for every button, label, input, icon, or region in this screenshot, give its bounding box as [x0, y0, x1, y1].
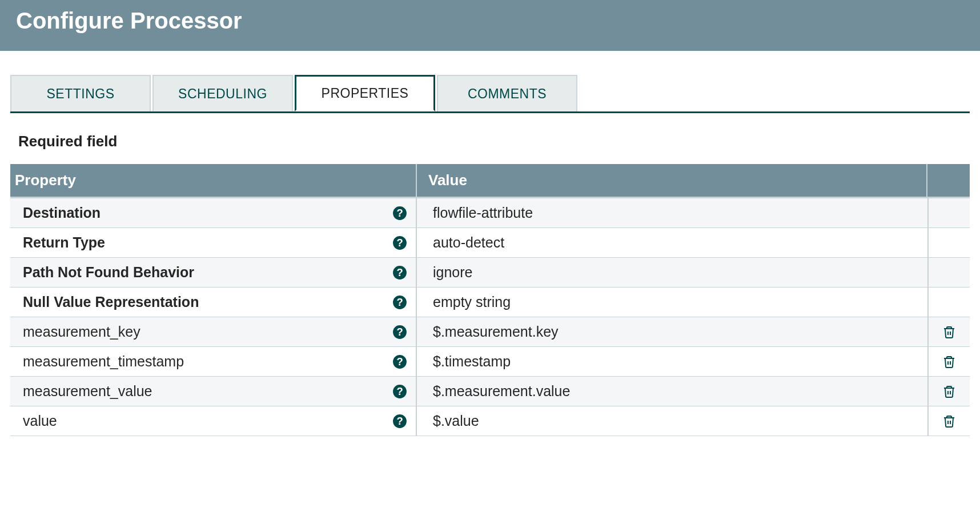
property-cell: Return Type?: [10, 228, 416, 257]
tab-comments[interactable]: COMMENTS: [437, 75, 577, 111]
tabs-section: SETTINGSSCHEDULINGPROPERTIESCOMMENTS Req…: [0, 75, 980, 436]
value-cell[interactable]: ignore: [416, 258, 927, 287]
svg-text:?: ?: [396, 296, 403, 308]
table-row[interactable]: measurement_key?$.measurement.key: [10, 317, 970, 347]
value-cell[interactable]: empty string: [416, 288, 927, 317]
value-cell[interactable]: $.timestamp: [416, 347, 927, 376]
property-name: Null Value Representation: [23, 294, 392, 310]
help-icon[interactable]: ?: [392, 235, 407, 250]
svg-text:?: ?: [396, 236, 403, 248]
property-name: Return Type: [23, 234, 392, 251]
help-icon[interactable]: ?: [392, 354, 407, 369]
property-name: value: [23, 413, 392, 429]
help-icon[interactable]: ?: [392, 384, 407, 399]
table-row[interactable]: value?$.value: [10, 406, 970, 436]
svg-text:?: ?: [396, 355, 403, 367]
value-cell[interactable]: auto-detect: [416, 228, 927, 257]
svg-text:?: ?: [396, 206, 403, 218]
action-cell: [927, 288, 970, 317]
trash-icon[interactable]: [942, 384, 956, 399]
table-header-row: Property Value: [10, 164, 970, 198]
tab-properties[interactable]: PROPERTIES: [295, 75, 435, 111]
table-row[interactable]: Path Not Found Behavior?ignore: [10, 258, 970, 288]
help-icon[interactable]: ?: [392, 206, 407, 221]
svg-text:?: ?: [396, 266, 403, 278]
action-cell: [927, 406, 970, 436]
value-cell[interactable]: $.measurement.value: [416, 377, 927, 406]
property-name: measurement_key: [23, 324, 392, 340]
tab-scheduling[interactable]: SCHEDULING: [152, 75, 293, 111]
property-name: Destination: [23, 205, 392, 221]
svg-text:?: ?: [396, 325, 403, 337]
dialog-title: Configure Processor: [16, 8, 964, 34]
property-cell: measurement_value?: [10, 377, 416, 406]
trash-icon[interactable]: [942, 354, 956, 369]
property-name: Path Not Found Behavior: [23, 264, 392, 281]
table-header-value: Value: [417, 171, 926, 189]
trash-icon[interactable]: [942, 414, 956, 429]
property-cell: measurement_key?: [10, 317, 416, 346]
table-row[interactable]: measurement_timestamp?$.timestamp: [10, 347, 970, 377]
action-cell: [927, 317, 970, 346]
dialog-header: Configure Processor: [0, 0, 980, 51]
property-cell: measurement_timestamp?: [10, 347, 416, 376]
action-cell: [927, 198, 970, 227]
action-cell: [927, 377, 970, 406]
property-cell: value?: [10, 406, 416, 436]
property-cell: Destination?: [10, 198, 416, 227]
help-icon[interactable]: ?: [392, 265, 407, 280]
svg-text:?: ?: [396, 385, 403, 397]
value-cell[interactable]: $.value: [416, 406, 927, 436]
table-row[interactable]: Destination?flowfile-attribute: [10, 198, 970, 228]
property-name: measurement_value: [23, 383, 392, 400]
help-icon[interactable]: ?: [392, 295, 407, 310]
value-cell[interactable]: flowfile-attribute: [416, 198, 927, 227]
action-cell: [927, 347, 970, 376]
tabs-container: SETTINGSSCHEDULINGPROPERTIESCOMMENTS: [10, 75, 970, 113]
svg-text:?: ?: [396, 414, 403, 426]
table-header-property: Property: [10, 171, 416, 189]
value-cell[interactable]: $.measurement.key: [416, 317, 927, 346]
tab-settings[interactable]: SETTINGS: [10, 75, 151, 111]
table-row[interactable]: Null Value Representation?empty string: [10, 288, 970, 317]
property-cell: Null Value Representation?: [10, 288, 416, 317]
property-name: measurement_timestamp: [23, 353, 392, 370]
property-cell: Path Not Found Behavior?: [10, 258, 416, 287]
trash-icon[interactable]: [942, 325, 956, 340]
table-row[interactable]: Return Type?auto-detect: [10, 228, 970, 258]
help-icon[interactable]: ?: [392, 325, 407, 340]
action-cell: [927, 228, 970, 257]
required-field-label: Required field: [18, 133, 970, 150]
properties-table: Property Value Destination?flowfile-attr…: [10, 164, 970, 436]
table-row[interactable]: measurement_value?$.measurement.value: [10, 377, 970, 406]
action-cell: [927, 258, 970, 287]
help-icon[interactable]: ?: [392, 414, 407, 429]
table-body: Destination?flowfile-attributeReturn Typ…: [10, 198, 970, 436]
